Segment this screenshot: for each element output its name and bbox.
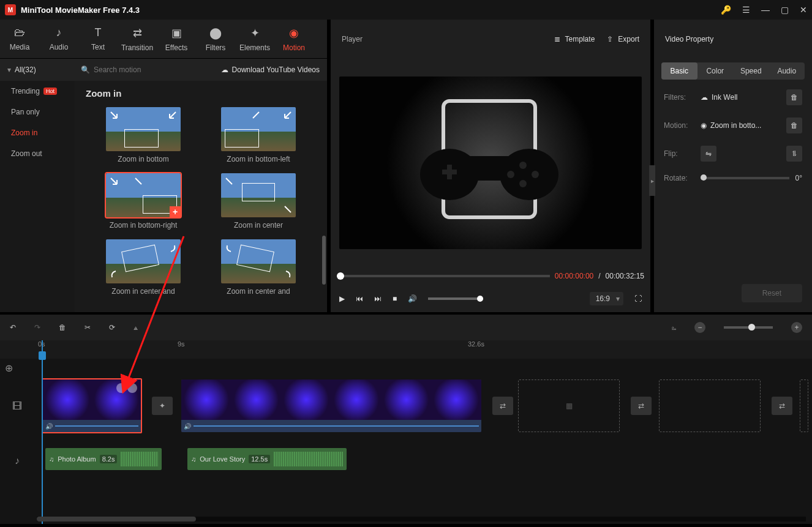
video-track-icon[interactable]: 🎞 bbox=[0, 401, 34, 412]
filters-value: Ink Well bbox=[712, 93, 737, 102]
fullscreen-button[interactable]: ⛶ bbox=[634, 294, 642, 303]
undo-button[interactable]: ↶ bbox=[10, 323, 16, 332]
zoom-out-button[interactable]: − bbox=[694, 322, 705, 333]
svg-rect-9 bbox=[447, 165, 452, 179]
tab-elements[interactable]: ✦Elements bbox=[235, 20, 274, 58]
fit-button[interactable]: ⎁ bbox=[672, 323, 676, 332]
crop-button[interactable]: ⟁ bbox=[133, 323, 138, 332]
flip-vertical-button[interactable]: ⥮ bbox=[786, 146, 802, 162]
search-input[interactable] bbox=[94, 65, 167, 74]
seek-bar[interactable] bbox=[337, 275, 550, 277]
scrollbar-horizontal[interactable] bbox=[37, 517, 806, 521]
category-panonly[interactable]: Pan only bbox=[0, 102, 75, 122]
audio-clip[interactable]: ♫Photo Album8.2s bbox=[45, 448, 162, 470]
add-button[interactable]: + bbox=[170, 206, 181, 217]
tab-effects[interactable]: ▣Effects bbox=[157, 20, 196, 58]
redo-button[interactable]: ↷ bbox=[34, 323, 40, 332]
tab-transition[interactable]: ⇄Transition bbox=[118, 20, 157, 58]
rotate-label: Rotate: bbox=[664, 174, 694, 182]
property-title: Video Property bbox=[654, 20, 812, 59]
motion-icon: ◉ bbox=[701, 121, 707, 130]
tab-motion-label: Motion bbox=[283, 43, 305, 52]
prop-tab-color[interactable]: Color bbox=[697, 62, 734, 80]
add-track-button[interactable]: ⊕ bbox=[5, 362, 13, 374]
close-icon[interactable]: ✕ bbox=[800, 5, 807, 15]
delete-filter-button[interactable]: 🗑 bbox=[786, 89, 802, 105]
motion-item-selected[interactable]: + Zoom in bottom-right bbox=[94, 173, 192, 230]
audio-clip[interactable]: ♫Our Love Story12.5s bbox=[187, 448, 347, 470]
motion-item[interactable]: Zoom in center and bbox=[209, 239, 307, 296]
zoom-in-button[interactable]: + bbox=[791, 322, 802, 333]
delete-button[interactable]: 🗑 bbox=[59, 323, 66, 332]
speed-button[interactable]: ⟳ bbox=[109, 323, 115, 332]
category-all[interactable]: All(32) bbox=[0, 59, 75, 81]
audio-track-icon[interactable]: ♪ bbox=[0, 455, 34, 466]
panel-collapse-handle[interactable]: ▸ bbox=[649, 165, 655, 196]
tab-media[interactable]: 🗁Media bbox=[0, 20, 39, 58]
transition-chip[interactable]: ⇄ bbox=[631, 397, 652, 415]
volume-slider[interactable] bbox=[428, 297, 483, 300]
reset-button[interactable]: Reset bbox=[742, 284, 802, 302]
clip-placeholder[interactable] bbox=[659, 379, 761, 432]
transition-chip[interactable]: ✦ bbox=[152, 397, 173, 415]
tab-effects-label: Effects bbox=[165, 43, 187, 52]
property-panel: ▸ Video Property Basic Color Speed Audio… bbox=[654, 20, 812, 312]
flip-horizontal-button[interactable]: ⇋ bbox=[701, 146, 716, 162]
download-youtube-link[interactable]: ☁Download YouTube Videos bbox=[221, 65, 320, 74]
scrollbar-vertical[interactable] bbox=[322, 236, 326, 285]
clip-placeholder[interactable] bbox=[800, 379, 808, 432]
filters-label: Filters: bbox=[664, 93, 694, 102]
timeline-ruler[interactable]: 0s 9s 32.6s bbox=[0, 340, 812, 359]
tab-motion[interactable]: ◉Motion bbox=[274, 20, 314, 58]
player-panel: Player ≣Template ⇪Export 00:00:00:00 / bbox=[331, 20, 650, 312]
library-tabs: 🗁Media ♪Audio TText ⇄Transition ▣Effects… bbox=[0, 20, 327, 59]
minimize-icon[interactable]: — bbox=[761, 5, 770, 15]
category-zoomin[interactable]: Zoom in bbox=[0, 122, 75, 143]
export-icon: ⇪ bbox=[607, 35, 613, 43]
next-frame-button[interactable]: ⏭ bbox=[374, 294, 382, 303]
prop-tab-basic[interactable]: Basic bbox=[661, 62, 697, 80]
filter-icon: ☁ bbox=[701, 93, 708, 102]
tab-text[interactable]: TText bbox=[78, 20, 118, 58]
motion-value: Zoom in botto... bbox=[710, 121, 761, 130]
clip-placeholder[interactable]: ▦ bbox=[518, 379, 620, 432]
tab-audio[interactable]: ♪Audio bbox=[39, 20, 78, 58]
transition-chip[interactable]: ⇄ bbox=[492, 397, 513, 415]
motion-grid: 🔍 ☁Download YouTube Videos Zoom in Zoom … bbox=[75, 59, 327, 312]
rotate-slider[interactable] bbox=[701, 177, 789, 179]
video-preview[interactable] bbox=[339, 77, 642, 249]
prop-tab-speed[interactable]: Speed bbox=[733, 62, 769, 80]
prev-frame-button[interactable]: ⏮ bbox=[356, 294, 363, 303]
play-button[interactable]: ▶ bbox=[339, 294, 345, 303]
volume-icon[interactable]: 🔊 bbox=[408, 294, 417, 303]
motion-item[interactable]: Zoom in center bbox=[209, 173, 307, 230]
category-column: All(32) TrendingHot Pan only Zoom in Zoo… bbox=[0, 59, 75, 312]
aspect-ratio-dropdown[interactable]: 16:9 bbox=[590, 292, 623, 305]
delete-motion-button[interactable]: 🗑 bbox=[786, 118, 802, 133]
video-clip[interactable]: 🔊 bbox=[181, 379, 481, 432]
video-clip-selected[interactable]: 🔊 bbox=[42, 378, 142, 433]
clip-volume-icon[interactable]: 🔊 bbox=[184, 423, 191, 430]
audio-track: ♪ ♫Photo Album8.2s ♫Our Love Story12.5s bbox=[0, 448, 812, 474]
split-button[interactable]: ✂ bbox=[85, 323, 91, 332]
template-button[interactable]: ≣Template bbox=[554, 35, 595, 43]
menu-icon[interactable]: ☰ bbox=[742, 5, 750, 15]
clip-volume-icon[interactable]: 🔊 bbox=[45, 423, 53, 430]
motion-item[interactable]: Zoom in center and bbox=[94, 239, 192, 296]
time-total: 00:00:32:15 bbox=[606, 272, 644, 280]
category-trending[interactable]: TrendingHot bbox=[0, 81, 75, 102]
search-box[interactable]: 🔍 bbox=[75, 65, 185, 74]
category-zoomout[interactable]: Zoom out bbox=[0, 143, 75, 164]
tab-filters[interactable]: ⬤Filters bbox=[196, 20, 235, 58]
prop-tab-audio[interactable]: Audio bbox=[769, 62, 805, 80]
transition-chip[interactable]: ⇄ bbox=[772, 397, 792, 415]
motion-item[interactable]: Zoom in bottom bbox=[94, 107, 192, 163]
maximize-icon[interactable]: ▢ bbox=[781, 5, 789, 15]
motion-item[interactable]: Zoom in bottom-left bbox=[209, 107, 307, 163]
playhead[interactable] bbox=[42, 340, 43, 524]
key-icon[interactable]: 🔑 bbox=[721, 5, 731, 15]
tab-filters-label: Filters bbox=[206, 43, 226, 52]
stop-button[interactable]: ■ bbox=[393, 294, 397, 303]
zoom-slider[interactable] bbox=[724, 326, 773, 329]
export-button[interactable]: ⇪Export bbox=[607, 35, 639, 43]
